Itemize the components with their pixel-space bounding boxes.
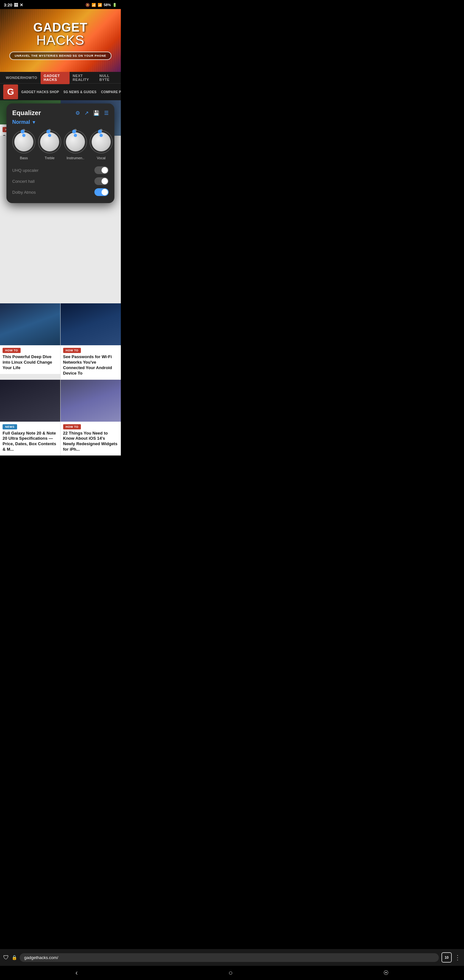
article-title-2: This Powerful Deep Dive into Linux Could…: [0, 354, 60, 374]
toggle-uhq-label: UHQ upscaler: [12, 168, 39, 173]
toggle-concert[interactable]: Concert hall: [12, 177, 109, 185]
knob-bass-control[interactable]: [12, 130, 35, 153]
eq-menu-icon[interactable]: ☰: [104, 110, 109, 116]
knob-dot-bass: [21, 130, 24, 134]
article-image-4: [0, 380, 60, 422]
article-tag-3: HOW TO: [63, 348, 81, 353]
knob-treble-control[interactable]: [38, 130, 61, 153]
toggle-dolby-label: Dolby Atmos: [12, 190, 36, 195]
knob-bass[interactable]: Bass: [12, 130, 35, 160]
article-card-2[interactable]: HOW TO This Powerful Deep Dive into Linu…: [0, 303, 60, 379]
toggle-concert-thumb: [102, 178, 108, 185]
toggle-uhq[interactable]: UHQ upscaler: [12, 166, 109, 174]
knob-treble[interactable]: Treble: [38, 130, 61, 160]
article-row-2: HOW TO This Powerful Deep Dive into Linu…: [0, 303, 121, 379]
nav-item-5g[interactable]: 5G NEWS & GUIDES: [64, 90, 96, 94]
toggle-concert-label: Concert hall: [12, 179, 35, 184]
article-card-3-content: HOW TO See Passwords for Wi-Fi Networks …: [60, 345, 121, 379]
toggle-dolby-thumb: [102, 189, 108, 196]
nav-item-shop[interactable]: GADGET HACKS SHOP: [21, 90, 59, 94]
knob-body-treble: [40, 132, 59, 151]
knob-body-instrumental: [66, 132, 85, 151]
nav-item-compare[interactable]: COMPARE PHONES: [101, 90, 121, 94]
nav-tab-wonderhowto[interactable]: WONDERHOWTO: [3, 73, 41, 82]
knob-dot-treble: [46, 130, 50, 134]
knob-indicator-bass: [22, 134, 25, 137]
status-bar: 3:20 🖼 ✕ 🔕 📶 📶 58% 🔋: [0, 0, 121, 9]
article-image-3: [60, 303, 121, 345]
knob-dot-instrumental: [72, 130, 76, 134]
knob-instrumental[interactable]: Instrumen..: [64, 130, 87, 160]
knob-label-bass: Bass: [20, 156, 28, 160]
toggle-concert-switch[interactable]: [94, 177, 109, 185]
status-left: 3:20 🖼 ✕: [4, 3, 23, 7]
close-icon: ✕: [20, 3, 23, 7]
equalizer-panel: Equalizer ⚙ ↗ 💾 ☰ Normal ▼: [6, 103, 114, 203]
eq-header: Equalizer ⚙ ↗ 💾 ☰: [12, 109, 109, 117]
eq-preset-row[interactable]: Normal ▼: [12, 119, 109, 125]
eq-preset-label: Normal: [12, 119, 30, 125]
article-card-3[interactable]: HOW TO See Passwords for Wi-Fi Networks …: [60, 303, 121, 379]
eq-save-icon[interactable]: 💾: [93, 110, 100, 116]
article-card-5-content: HOW TO 22 Things You Need to Know About …: [60, 422, 121, 456]
eq-sliders-icon[interactable]: ⚙: [75, 110, 80, 116]
knob-dot-vocal: [98, 130, 102, 134]
knob-label-treble: Treble: [45, 156, 55, 160]
nav-tab-nextreality[interactable]: NEXT REALITY: [70, 71, 96, 84]
signal-icon: 📶: [98, 3, 102, 7]
article-card-5[interactable]: HOW TO 22 Things You Need to Know About …: [60, 380, 121, 456]
knob-body-vocal: [92, 132, 111, 151]
content-area: HOW TO Get And... Equalizer ⚙ ↗ 💾 ☰ Norm…: [0, 100, 121, 455]
eq-preset-arrow: ▼: [32, 119, 36, 125]
site-logo: G: [3, 84, 18, 99]
article-image-5: [60, 380, 121, 422]
knob-indicator-vocal: [100, 134, 103, 137]
article-rows: HOW TO This Powerful Deep Dive into Linu…: [0, 303, 121, 455]
site-header: G GADGET HACKS SHOP 5G NEWS & GUIDES COM…: [0, 83, 121, 100]
knob-label-instrumental: Instrumen..: [67, 156, 84, 160]
knob-vocal[interactable]: Vocal: [90, 130, 113, 160]
knob-indicator-instrumental: [74, 134, 77, 137]
mute-icon: 🔕: [86, 3, 90, 7]
article-tag-2: HOW TO: [3, 348, 21, 353]
toggle-dolby[interactable]: Dolby Atmos: [12, 188, 109, 196]
hero-section: GADGET HACKS UNRAVEL THE MYSTERIES BEHIN…: [0, 9, 121, 72]
wifi-icon: 📶: [92, 3, 96, 7]
article-card-4[interactable]: NEWS Full Galaxy Note 20 & Note 20 Ultra…: [0, 380, 60, 456]
battery-display: 58%: [104, 3, 111, 7]
hero-title: GADGET HACKS: [33, 21, 87, 47]
hero-banner[interactable]: UNRAVEL THE MYSTERIES BEHIND 5G ON YOUR …: [10, 52, 111, 60]
knob-instrumental-control[interactable]: [64, 130, 87, 153]
battery-icon: 🔋: [113, 3, 117, 7]
eq-toggles: UHQ upscaler Concert hall Dolby Atmos: [12, 166, 109, 196]
toggle-dolby-switch[interactable]: [94, 188, 109, 196]
eq-knobs: Bass Treble: [12, 130, 109, 160]
time-display: 3:20: [4, 3, 12, 7]
nav-tab-gadgethacks[interactable]: GADGET HACKS: [41, 71, 70, 84]
article-title-3: See Passwords for Wi-Fi Networks You've …: [60, 354, 121, 379]
article-row-3: NEWS Full Galaxy Note 20 & Note 20 Ultra…: [0, 380, 121, 456]
toggle-uhq-thumb: [102, 167, 108, 173]
toggle-uhq-switch[interactable]: [94, 166, 109, 174]
article-title-5: 22 Things You Need to Know About iOS 14'…: [60, 431, 121, 456]
knob-indicator-treble: [48, 134, 51, 137]
eq-title: Equalizer: [12, 109, 41, 117]
photo-icon: 🖼: [14, 3, 18, 7]
eq-icon-group: ⚙ ↗ 💾 ☰: [75, 110, 109, 116]
article-tag-5: HOW TO: [63, 424, 81, 430]
article-card-4-content: NEWS Full Galaxy Note 20 & Note 20 Ultra…: [0, 422, 60, 456]
knob-label-vocal: Vocal: [97, 156, 106, 160]
knob-body-bass: [14, 132, 33, 151]
article-image-2: [0, 303, 60, 345]
article-title-4: Full Galaxy Note 20 & Note 20 Ultra Spec…: [0, 431, 60, 456]
nav-tab-nullbyte[interactable]: NULL BYTE: [96, 71, 118, 84]
site-nav: GADGET HACKS SHOP 5G NEWS & GUIDES COMPA…: [21, 90, 121, 94]
nav-tabs: WONDERHOWTO GADGET HACKS NEXT REALITY NU…: [0, 72, 121, 83]
status-right: 🔕 📶 📶 58% 🔋: [86, 3, 117, 7]
article-tag-4: NEWS: [3, 424, 17, 430]
eq-share-icon[interactable]: ↗: [84, 110, 89, 116]
knob-vocal-control[interactable]: [90, 130, 113, 153]
article-card-2-content: HOW TO This Powerful Deep Dive into Linu…: [0, 345, 60, 374]
